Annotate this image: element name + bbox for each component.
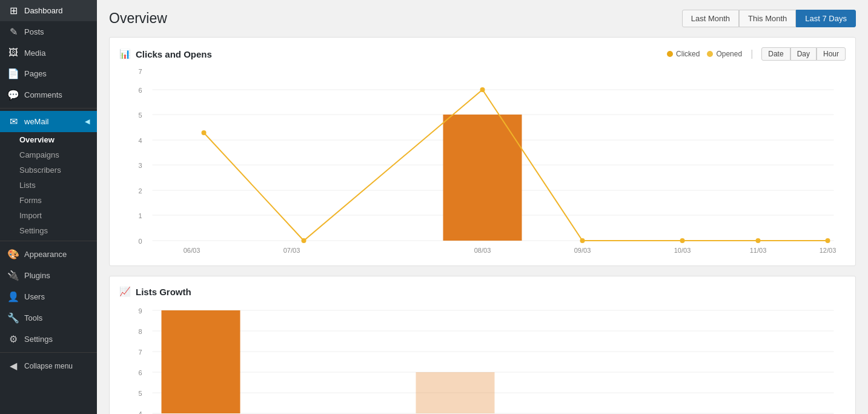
dot-0903 [580, 238, 585, 243]
growth-bar-2 [416, 372, 495, 413]
plugins-icon: 🔌 [7, 270, 19, 281]
clicks-opens-title: 📊 Clicks and Opens [119, 48, 212, 59]
sidebar-sub-overview[interactable]: Overview [0, 132, 97, 147]
svg-text:6: 6 [139, 369, 142, 376]
sidebar-item-dashboard[interactable]: ⊞ Dashboard [0, 0, 97, 21]
lists-growth-chart-header: 📈 Lists Growth [119, 286, 846, 297]
svg-text:0: 0 [139, 238, 142, 245]
clicks-opens-chart-card: 📊 Clicks and Opens Clicked Opened | Da [109, 37, 856, 266]
dot-1003 [680, 238, 685, 243]
appearance-icon: 🎨 [7, 249, 19, 260]
svg-text:5: 5 [139, 390, 142, 397]
lists-growth-chart-card: 📈 Lists Growth 4 5 6 7 8 9 [109, 276, 856, 414]
svg-text:09/03: 09/03 [574, 247, 591, 254]
dot-0603 [202, 130, 207, 135]
opened-dot [707, 51, 713, 57]
svg-text:7: 7 [139, 349, 142, 356]
this-month-button[interactable]: This Month [739, 10, 796, 27]
sidebar-item-appearance[interactable]: 🎨 Appearance [0, 244, 97, 265]
clicks-opens-chart-header: 📊 Clicks and Opens Clicked Opened | Da [119, 47, 846, 61]
chart-view-buttons: Date Day Hour [761, 47, 846, 61]
sidebar-item-pages[interactable]: 📄 Pages [0, 63, 97, 84]
lists-growth-svg-area: 4 5 6 7 8 9 [119, 304, 846, 414]
users-icon: 👤 [7, 291, 19, 302]
svg-text:6: 6 [139, 87, 142, 94]
dashboard-icon: ⊞ [7, 5, 19, 16]
svg-text:10/03: 10/03 [674, 247, 691, 254]
sidebar-item-plugins[interactable]: 🔌 Plugins [0, 265, 97, 286]
clicked-dot [667, 51, 673, 57]
growth-bar-1 [162, 310, 240, 413]
page-title: Overview [109, 10, 167, 27]
svg-text:2: 2 [139, 187, 142, 195]
svg-text:07/03: 07/03 [283, 247, 300, 254]
chart-bar-icon: 📊 [119, 48, 131, 59]
svg-text:1: 1 [139, 212, 142, 219]
collapse-menu-button[interactable]: ◀ Collapse menu [0, 355, 97, 376]
view-hour-button[interactable]: Hour [817, 47, 846, 61]
collapse-icon: ◀ [7, 360, 19, 372]
comments-icon: 💬 [7, 89, 19, 101]
view-date-button[interactable]: Date [761, 47, 790, 61]
sidebar-item-settings[interactable]: ⚙ Settings [0, 329, 97, 350]
tools-icon: 🔧 [7, 312, 19, 324]
sidebar-item-wemail[interactable]: ✉ weMail ◀ [0, 111, 97, 132]
sidebar-sub-subscribers[interactable]: Subscribers [0, 162, 97, 178]
sidebar-item-tools[interactable]: 🔧 Tools [0, 307, 97, 329]
last-7-days-button[interactable]: Last 7 Days [796, 10, 856, 27]
svg-text:4: 4 [139, 410, 142, 414]
lists-growth-svg: 4 5 6 7 8 9 [119, 304, 846, 414]
svg-text:06/03: 06/03 [184, 247, 200, 254]
dot-1103 [756, 238, 761, 243]
sidebar: ⊞ Dashboard ✎ Posts 🖼 Media 📄 Pages 💬 Co… [0, 0, 97, 414]
clicks-opens-svg-area: 0 1 2 3 4 5 6 7 [119, 68, 846, 256]
sidebar-item-posts[interactable]: ✎ Posts [0, 21, 97, 42]
sidebar-sub-lists[interactable]: Lists [0, 178, 97, 193]
chart-line-icon: 📈 [119, 286, 131, 297]
svg-text:4: 4 [139, 137, 142, 144]
sidebar-sub-import[interactable]: Import [0, 208, 97, 223]
svg-text:3: 3 [139, 162, 142, 169]
dot-0803 [480, 87, 485, 92]
main-content: Overview Last Month This Month Last 7 Da… [97, 0, 868, 414]
svg-text:08/03: 08/03 [474, 247, 491, 254]
clicks-opens-svg: 0 1 2 3 4 5 6 7 [119, 68, 846, 256]
wemail-icon: ✉ [7, 116, 19, 127]
svg-text:7: 7 [139, 68, 142, 75]
sidebar-sub-campaigns[interactable]: Campaigns [0, 147, 97, 162]
posts-icon: ✎ [7, 26, 19, 38]
view-day-button[interactable]: Day [790, 47, 817, 61]
svg-text:9: 9 [139, 307, 142, 315]
sidebar-sub-forms[interactable]: Forms [0, 193, 97, 208]
legend-clicked: Clicked [667, 50, 700, 58]
dot-0703 [302, 238, 306, 243]
settings-icon: ⚙ [7, 333, 19, 345]
page-header: Overview Last Month This Month Last 7 Da… [109, 10, 856, 27]
sidebar-item-users[interactable]: 👤 Users [0, 286, 97, 307]
pages-icon: 📄 [7, 68, 19, 79]
sidebar-sub-settings-wemail[interactable]: Settings [0, 223, 97, 238]
svg-text:12/03: 12/03 [820, 247, 837, 254]
sidebar-item-media[interactable]: 🖼 Media [0, 42, 97, 63]
dot-1203 [826, 238, 830, 243]
date-range-buttons: Last Month This Month Last 7 Days [682, 10, 856, 27]
last-month-button[interactable]: Last Month [682, 10, 739, 27]
sidebar-item-comments[interactable]: 💬 Comments [0, 84, 97, 105]
legend-opened: Opened [707, 50, 742, 58]
svg-text:11/03: 11/03 [750, 247, 767, 254]
bar-0803 [443, 115, 522, 241]
lists-growth-title: 📈 Lists Growth [119, 286, 191, 297]
svg-text:8: 8 [139, 328, 142, 335]
svg-text:5: 5 [139, 112, 142, 119]
media-icon: 🖼 [7, 47, 19, 58]
chart-legend: Clicked Opened [667, 50, 742, 58]
